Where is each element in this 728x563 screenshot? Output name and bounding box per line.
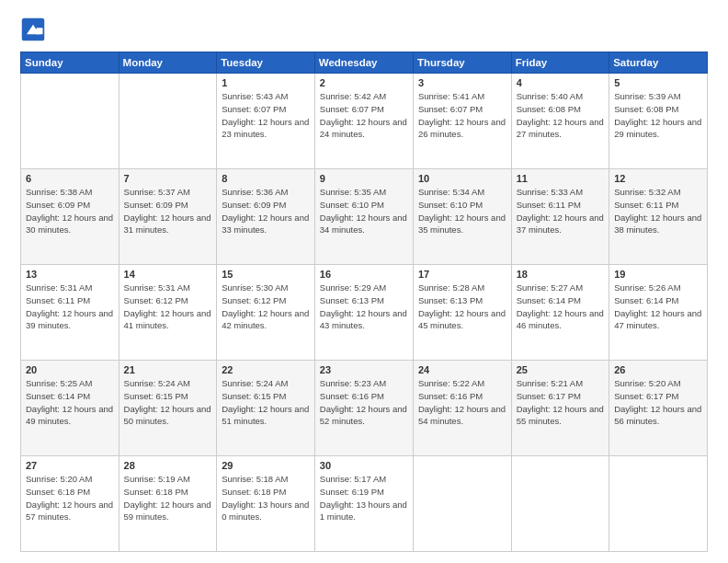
calendar-cell bbox=[119, 74, 217, 169]
day-info: Sunrise: 5:24 AM Sunset: 6:15 PM Dayligh… bbox=[124, 377, 212, 428]
day-info: Sunrise: 5:29 AM Sunset: 6:13 PM Dayligh… bbox=[320, 282, 408, 332]
svg-rect-2 bbox=[37, 28, 43, 34]
day-number: 8 bbox=[222, 173, 310, 184]
day-info: Sunrise: 5:35 AM Sunset: 6:10 PM Dayligh… bbox=[320, 186, 408, 236]
day-number: 6 bbox=[26, 173, 114, 184]
day-info: Sunrise: 5:32 AM Sunset: 6:11 PM Dayligh… bbox=[614, 186, 702, 236]
day-info: Sunrise: 5:39 AM Sunset: 6:08 PM Dayligh… bbox=[614, 90, 702, 141]
week-row-4: 27Sunrise: 5:20 AM Sunset: 6:18 PM Dayli… bbox=[21, 456, 708, 552]
day-number: 20 bbox=[26, 364, 114, 375]
day-number: 10 bbox=[418, 173, 506, 184]
calendar-cell bbox=[511, 456, 609, 552]
day-info: Sunrise: 5:25 AM Sunset: 6:14 PM Dayligh… bbox=[26, 377, 114, 428]
day-info: Sunrise: 5:28 AM Sunset: 6:13 PM Dayligh… bbox=[418, 282, 506, 332]
week-row-0: 1Sunrise: 5:43 AM Sunset: 6:07 PM Daylig… bbox=[21, 74, 708, 169]
calendar-cell bbox=[413, 456, 511, 552]
day-number: 7 bbox=[124, 173, 212, 184]
day-info: Sunrise: 5:20 AM Sunset: 6:18 PM Dayligh… bbox=[26, 473, 114, 523]
calendar-cell: 20Sunrise: 5:25 AM Sunset: 6:14 PM Dayli… bbox=[21, 361, 119, 456]
day-info: Sunrise: 5:18 AM Sunset: 6:18 PM Dayligh… bbox=[222, 473, 310, 523]
weekday-header-monday: Monday bbox=[119, 52, 217, 74]
day-info: Sunrise: 5:37 AM Sunset: 6:09 PM Dayligh… bbox=[124, 186, 212, 236]
calendar-table: SundayMondayTuesdayWednesdayThursdayFrid… bbox=[20, 52, 708, 552]
weekday-header-friday: Friday bbox=[511, 52, 609, 74]
calendar-cell: 30Sunrise: 5:17 AM Sunset: 6:19 PM Dayli… bbox=[314, 456, 413, 552]
day-info: Sunrise: 5:41 AM Sunset: 6:07 PM Dayligh… bbox=[418, 90, 506, 141]
day-number: 4 bbox=[517, 77, 604, 88]
weekday-header-saturday: Saturday bbox=[609, 52, 708, 74]
day-number: 26 bbox=[614, 364, 702, 375]
day-info: Sunrise: 5:38 AM Sunset: 6:09 PM Dayligh… bbox=[26, 186, 114, 236]
header bbox=[20, 17, 708, 42]
calendar-cell: 22Sunrise: 5:24 AM Sunset: 6:15 PM Dayli… bbox=[217, 361, 315, 456]
day-info: Sunrise: 5:33 AM Sunset: 6:11 PM Dayligh… bbox=[517, 186, 604, 236]
calendar-cell bbox=[21, 74, 119, 169]
day-number: 27 bbox=[26, 460, 114, 471]
day-number: 28 bbox=[124, 460, 212, 471]
day-info: Sunrise: 5:36 AM Sunset: 6:09 PM Dayligh… bbox=[222, 186, 310, 236]
calendar-cell: 24Sunrise: 5:22 AM Sunset: 6:16 PM Dayli… bbox=[413, 361, 511, 456]
calendar-cell: 9Sunrise: 5:35 AM Sunset: 6:10 PM Daylig… bbox=[314, 169, 413, 265]
weekday-header-wednesday: Wednesday bbox=[314, 52, 413, 74]
calendar-cell bbox=[609, 456, 708, 552]
calendar-cell: 17Sunrise: 5:28 AM Sunset: 6:13 PM Dayli… bbox=[413, 265, 511, 361]
day-info: Sunrise: 5:31 AM Sunset: 6:11 PM Dayligh… bbox=[26, 282, 114, 332]
calendar-cell: 6Sunrise: 5:38 AM Sunset: 6:09 PM Daylig… bbox=[21, 169, 119, 265]
calendar-cell: 13Sunrise: 5:31 AM Sunset: 6:11 PM Dayli… bbox=[21, 265, 119, 361]
calendar-cell: 27Sunrise: 5:20 AM Sunset: 6:18 PM Dayli… bbox=[21, 456, 119, 552]
day-number: 17 bbox=[418, 269, 506, 280]
week-row-1: 6Sunrise: 5:38 AM Sunset: 6:09 PM Daylig… bbox=[21, 169, 708, 265]
calendar-cell: 25Sunrise: 5:21 AM Sunset: 6:17 PM Dayli… bbox=[511, 361, 609, 456]
day-info: Sunrise: 5:21 AM Sunset: 6:17 PM Dayligh… bbox=[517, 377, 604, 428]
day-number: 2 bbox=[320, 77, 408, 88]
calendar-cell: 23Sunrise: 5:23 AM Sunset: 6:16 PM Dayli… bbox=[314, 361, 413, 456]
calendar-cell: 1Sunrise: 5:43 AM Sunset: 6:07 PM Daylig… bbox=[217, 74, 315, 169]
day-number: 22 bbox=[222, 364, 310, 375]
day-number: 1 bbox=[222, 77, 310, 88]
day-info: Sunrise: 5:27 AM Sunset: 6:14 PM Dayligh… bbox=[517, 282, 604, 332]
day-info: Sunrise: 5:19 AM Sunset: 6:18 PM Dayligh… bbox=[124, 473, 212, 523]
day-number: 19 bbox=[614, 269, 702, 280]
calendar-cell: 2Sunrise: 5:42 AM Sunset: 6:07 PM Daylig… bbox=[314, 74, 413, 169]
day-number: 16 bbox=[320, 269, 408, 280]
calendar-cell: 12Sunrise: 5:32 AM Sunset: 6:11 PM Dayli… bbox=[609, 169, 708, 265]
day-info: Sunrise: 5:22 AM Sunset: 6:16 PM Dayligh… bbox=[418, 377, 506, 428]
day-number: 24 bbox=[418, 364, 506, 375]
calendar-header-row: SundayMondayTuesdayWednesdayThursdayFrid… bbox=[21, 52, 708, 74]
day-number: 30 bbox=[320, 460, 408, 471]
day-number: 14 bbox=[124, 269, 212, 280]
day-info: Sunrise: 5:34 AM Sunset: 6:10 PM Dayligh… bbox=[418, 186, 506, 236]
weekday-header-thursday: Thursday bbox=[413, 52, 511, 74]
calendar-cell: 3Sunrise: 5:41 AM Sunset: 6:07 PM Daylig… bbox=[413, 74, 511, 169]
day-number: 3 bbox=[418, 77, 506, 88]
day-info: Sunrise: 5:23 AM Sunset: 6:16 PM Dayligh… bbox=[320, 377, 408, 428]
calendar-cell: 5Sunrise: 5:39 AM Sunset: 6:08 PM Daylig… bbox=[609, 74, 708, 169]
calendar-cell: 19Sunrise: 5:26 AM Sunset: 6:14 PM Dayli… bbox=[609, 265, 708, 361]
day-info: Sunrise: 5:20 AM Sunset: 6:17 PM Dayligh… bbox=[614, 377, 702, 428]
day-info: Sunrise: 5:43 AM Sunset: 6:07 PM Dayligh… bbox=[222, 90, 310, 141]
day-info: Sunrise: 5:30 AM Sunset: 6:12 PM Dayligh… bbox=[222, 282, 310, 332]
day-number: 11 bbox=[517, 173, 604, 184]
day-number: 29 bbox=[222, 460, 310, 471]
day-info: Sunrise: 5:17 AM Sunset: 6:19 PM Dayligh… bbox=[320, 473, 408, 523]
weekday-header-sunday: Sunday bbox=[21, 52, 119, 74]
calendar-cell: 16Sunrise: 5:29 AM Sunset: 6:13 PM Dayli… bbox=[314, 265, 413, 361]
day-info: Sunrise: 5:40 AM Sunset: 6:08 PM Dayligh… bbox=[517, 90, 604, 141]
calendar-cell: 14Sunrise: 5:31 AM Sunset: 6:12 PM Dayli… bbox=[119, 265, 217, 361]
calendar-cell: 26Sunrise: 5:20 AM Sunset: 6:17 PM Dayli… bbox=[609, 361, 708, 456]
calendar-cell: 28Sunrise: 5:19 AM Sunset: 6:18 PM Dayli… bbox=[119, 456, 217, 552]
calendar-cell: 18Sunrise: 5:27 AM Sunset: 6:14 PM Dayli… bbox=[511, 265, 609, 361]
day-number: 13 bbox=[26, 269, 114, 280]
weekday-header-tuesday: Tuesday bbox=[217, 52, 315, 74]
logo-icon bbox=[20, 17, 46, 42]
calendar-cell: 21Sunrise: 5:24 AM Sunset: 6:15 PM Dayli… bbox=[119, 361, 217, 456]
day-number: 25 bbox=[517, 364, 604, 375]
calendar-cell: 8Sunrise: 5:36 AM Sunset: 6:09 PM Daylig… bbox=[217, 169, 315, 265]
calendar-cell: 29Sunrise: 5:18 AM Sunset: 6:18 PM Dayli… bbox=[217, 456, 315, 552]
day-number: 9 bbox=[320, 173, 408, 184]
day-info: Sunrise: 5:26 AM Sunset: 6:14 PM Dayligh… bbox=[614, 282, 702, 332]
day-number: 5 bbox=[614, 77, 702, 88]
calendar-cell: 11Sunrise: 5:33 AM Sunset: 6:11 PM Dayli… bbox=[511, 169, 609, 265]
day-number: 23 bbox=[320, 364, 408, 375]
day-info: Sunrise: 5:31 AM Sunset: 6:12 PM Dayligh… bbox=[124, 282, 212, 332]
